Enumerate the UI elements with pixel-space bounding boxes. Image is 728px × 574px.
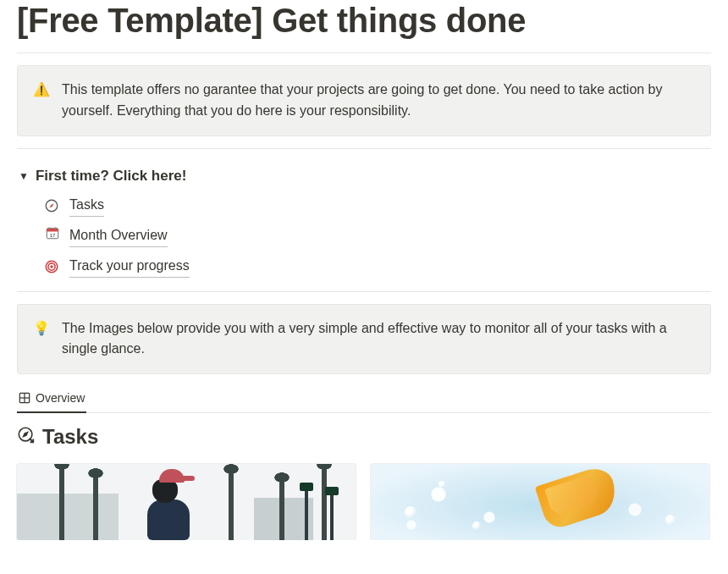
bulb-icon: 💡 [33,318,50,361]
gallery-card[interactable] [371,464,709,540]
tab-overview-label: Overview [36,391,85,405]
target-icon [44,259,61,274]
svg-rect-3 [49,227,51,229]
page-link-track-progress[interactable]: Track your progress [44,256,711,278]
page-link-track-progress-label: Track your progress [69,256,190,278]
page-link-tasks[interactable]: Tasks [44,195,711,217]
view-tabs: Overview [17,386,711,413]
grid-icon [19,392,30,404]
page-title: [Free Template] Get things done [17,0,711,41]
page-link-month-overview-label: Month Overview [69,225,168,247]
toggle-first-time[interactable]: ▼ First time? Click here! [19,164,711,188]
divider [17,291,711,292]
caret-down-icon: ▼ [19,171,29,181]
compass-arrow-icon [17,426,36,449]
warning-callout-text: This template offers no garantee that yo… [62,80,695,122]
tip-callout-text: The Images below provide you with a very… [62,318,695,361]
svg-rect-4 [55,227,57,229]
divider [17,148,711,149]
section-heading-tasks[interactable]: Tasks [17,425,711,449]
tip-callout: 💡 The Images below provide you with a ve… [17,304,711,375]
gallery-tasks [17,464,711,540]
svg-rect-2 [47,229,58,232]
page-link-month-overview[interactable]: 17 Month Overview [44,225,711,247]
warning-callout: ⚠️ This template offers no garantee that… [17,65,711,136]
svg-text:17: 17 [50,233,56,238]
toggle-first-time-label: First time? Click here! [36,168,187,185]
page-link-tasks-label: Tasks [69,195,104,217]
section-heading-tasks-title: Tasks [42,425,98,449]
divider [17,52,711,53]
tab-overview[interactable]: Overview [17,386,86,413]
svg-point-8 [50,265,52,268]
gallery-card[interactable] [17,464,356,540]
calendar-icon: 17 [44,225,61,246]
warning-icon: ⚠️ [33,80,50,122]
compass-icon [44,198,61,213]
